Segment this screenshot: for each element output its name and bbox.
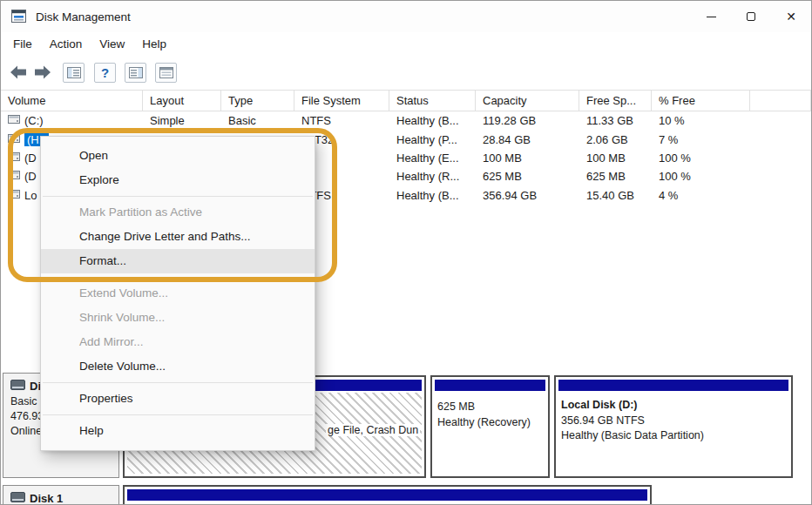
cell-layout: Simple (143, 114, 221, 127)
help-icon: ? (101, 65, 109, 80)
cell-status: Healthy (P... (389, 133, 476, 146)
partition-status: Healthy (Recovery) (437, 415, 543, 431)
forward-arrow-icon (33, 64, 52, 80)
menu-bar: File Action View Help (1, 32, 811, 56)
back-arrow-icon (9, 64, 28, 80)
volume-icon (8, 133, 21, 146)
column-header-free-space[interactable]: Free Sp... (579, 91, 652, 111)
menu-view[interactable]: View (91, 34, 133, 54)
menu-item-open[interactable]: Open (41, 144, 315, 168)
cell-free-space: 15.40 GB (579, 189, 652, 202)
partition-status: Healthy (Basic Data Partition) (561, 428, 786, 444)
close-icon: ✕ (786, 10, 796, 23)
disk-icon (10, 492, 25, 505)
cell-status: Healthy (R... (389, 170, 476, 183)
cell-percent-free: 100 % (652, 170, 750, 183)
menu-separator (43, 414, 313, 415)
partition-d[interactable]: Local Disk (D:) 356.94 GB NTFS Healthy (… (554, 375, 793, 478)
back-button[interactable] (8, 63, 29, 82)
menu-action[interactable]: Action (41, 34, 91, 54)
column-header-filler (750, 91, 811, 111)
volume-name: Lo (24, 189, 37, 202)
menu-separator (43, 196, 313, 197)
cell-capacity: 625 MB (476, 170, 579, 183)
column-header-capacity[interactable]: Capacity (476, 91, 579, 111)
close-button[interactable]: ✕ (771, 1, 811, 32)
partition-recovery[interactable]: 625 MB Healthy (Recovery) (430, 375, 550, 478)
disk1-info-panel[interactable]: Disk 1 (3, 485, 119, 505)
menu-item-format[interactable]: Format... (41, 249, 315, 273)
menu-item-extend-volume: Extend Volume... (41, 281, 315, 306)
cell-free-space: 11.33 GB (579, 114, 652, 127)
toolbar: ? (1, 56, 811, 90)
menu-item-shrink-volume: Shrink Volume... (41, 306, 315, 330)
volume-icon (8, 152, 21, 165)
title-bar: Disk Management ✕ (1, 1, 811, 32)
cell-status: Healthy (B... (389, 189, 476, 202)
volume-name: (C:) (24, 114, 44, 127)
console-tree-icon (67, 67, 81, 78)
properties-icon (159, 67, 173, 78)
properties-button[interactable] (155, 63, 177, 83)
cell-free-space: 625 MB (579, 170, 652, 183)
window-title: Disk Management (36, 10, 131, 24)
column-header-status[interactable]: Status (389, 91, 476, 111)
column-header-file-system[interactable]: File System (294, 91, 389, 111)
context-menu: Open Explore Mark Partition as Active Ch… (40, 136, 315, 451)
help-button[interactable]: ? (94, 63, 116, 83)
column-header-type[interactable]: Type (221, 91, 294, 111)
partition-color-bar (558, 380, 788, 391)
disk1-partition[interactable] (123, 485, 652, 505)
cell-file-system: NTFS (294, 114, 389, 127)
cell-capacity: 356.94 GB (476, 189, 579, 202)
cell-status: Healthy (B... (389, 114, 476, 127)
disk-icon (10, 380, 25, 393)
table-row[interactable]: (C:) Simple Basic NTFS Healthy (B... 119… (1, 111, 811, 130)
volume-name: (D (24, 170, 37, 183)
minimize-button[interactable] (691, 1, 731, 32)
volume-name: (D (24, 152, 37, 165)
action-pane-icon (129, 67, 143, 78)
maximize-button[interactable] (731, 1, 771, 32)
column-header-percent-free[interactable]: % Free (652, 91, 750, 111)
menu-item-explore[interactable]: Explore (41, 168, 315, 192)
cell-type: Basic (221, 114, 294, 127)
cell-percent-free: 7 % (652, 133, 750, 146)
partition-name: Local Disk (D:) (561, 398, 786, 414)
menu-item-delete-volume[interactable]: Delete Volume... (41, 354, 315, 379)
partition-status-text: ge File, Crash Dun (326, 424, 420, 436)
disk1-name: Disk 1 (30, 492, 63, 505)
menu-item-help[interactable]: Help (41, 419, 315, 443)
partition-size: 625 MB (437, 400, 543, 415)
partition-color-bar (435, 380, 545, 391)
partition-color-bar (127, 489, 647, 501)
forward-button[interactable] (32, 63, 53, 82)
volume-icon (8, 189, 21, 202)
cell-free-space: 2.06 GB (579, 133, 652, 146)
column-header-volume[interactable]: Volume (1, 91, 143, 111)
volume-list-header: Volume Layout Type File System Status Ca… (1, 90, 811, 111)
cell-percent-free: 10 % (652, 114, 750, 127)
menu-item-properties[interactable]: Properties (41, 387, 315, 411)
disk-management-window: Disk Management ✕ File Action View Help … (0, 0, 812, 505)
show-console-tree-button[interactable] (63, 63, 85, 83)
menu-separator (43, 382, 313, 383)
menu-item-add-mirror: Add Mirror... (41, 330, 315, 354)
cell-percent-free: 100 % (652, 152, 750, 165)
menu-file[interactable]: File (4, 34, 41, 54)
menu-separator (43, 277, 313, 278)
cell-capacity: 100 MB (476, 152, 579, 165)
cell-status: Healthy (E... (389, 152, 476, 165)
menu-help[interactable]: Help (133, 34, 175, 54)
cell-free-space: 100 MB (579, 152, 652, 165)
volume-icon (8, 170, 21, 183)
show-action-pane-button[interactable] (125, 63, 146, 83)
menu-item-change-drive-letter[interactable]: Change Drive Letter and Paths... (41, 225, 315, 249)
disk-management-app-icon (11, 10, 27, 24)
volume-icon (8, 114, 21, 127)
minimize-icon (707, 17, 716, 17)
cell-capacity: 119.28 GB (476, 114, 579, 127)
cell-percent-free: 4 % (652, 189, 750, 202)
column-header-layout[interactable]: Layout (143, 91, 221, 111)
menu-item-mark-partition-active: Mark Partition as Active (41, 200, 315, 225)
